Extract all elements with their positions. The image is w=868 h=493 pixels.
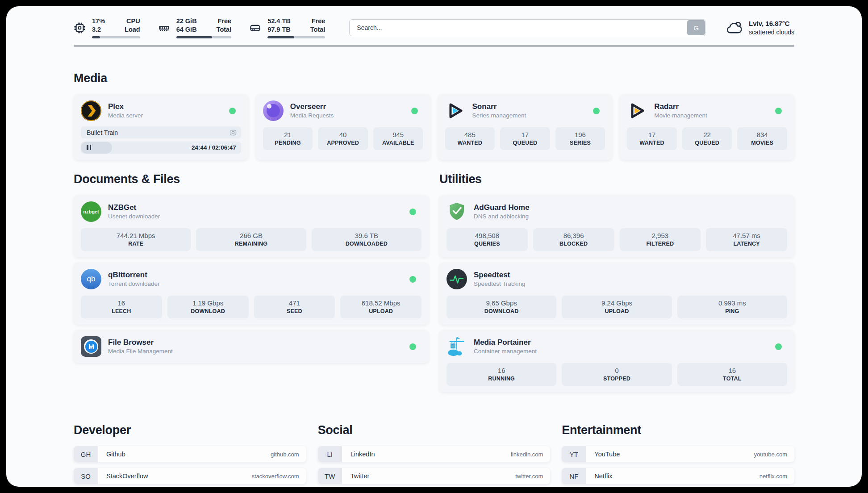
header: 17% 3.2 CPU Load xyxy=(74,17,794,38)
stat-label: PENDING xyxy=(267,139,309,147)
radarr-logo-icon xyxy=(627,100,647,121)
filebrowser-card[interactable]: File Browser Media File Management xyxy=(74,330,429,363)
app-title: Sonarr xyxy=(472,102,526,112)
stat-value: 945 xyxy=(377,130,420,139)
app-subtitle: Media server xyxy=(108,112,143,120)
stat-box: 22 QUEUED xyxy=(682,127,732,150)
stat-value: 618.52 Mbps xyxy=(344,298,418,308)
stat-label: RUNNING xyxy=(450,375,553,383)
bookmark-netflix[interactable]: NF Netflix netflix.com xyxy=(562,468,794,484)
stat-box: 17 WANTED xyxy=(627,127,677,150)
video-camera-icon[interactable] xyxy=(230,129,237,136)
stat-box: 16 RUNNING xyxy=(447,363,556,386)
stat-value: 22 xyxy=(686,130,729,139)
status-online-dot xyxy=(411,108,418,114)
bookmark-twitter[interactable]: TW Twitter twitter.com xyxy=(318,468,551,484)
qbittorrent-card[interactable]: qb qBittorrent Torrent downloader 16 LEE… xyxy=(74,263,429,325)
utilities-column: Utilities AdGuard Home DNS and xyxy=(439,172,794,397)
stat-box: 21 PENDING xyxy=(263,127,313,150)
stat-box: 498,508 QUERIES xyxy=(447,228,528,251)
stat-value: 21 xyxy=(267,130,309,139)
app-title: NZBGet xyxy=(108,203,160,213)
developer-heading: Developer xyxy=(74,423,306,437)
bookmark-linkedin[interactable]: LI LinkedIn linkedin.com xyxy=(318,446,551,462)
nzbget-logo-icon: nzbget xyxy=(81,201,101,222)
stat-value: 485 xyxy=(449,130,492,139)
documents-heading: Documents & Files xyxy=(74,172,429,186)
bookmark-github[interactable]: GH Github github.com xyxy=(74,446,306,462)
media-heading: Media xyxy=(74,71,794,85)
utilities-heading: Utilities xyxy=(439,172,794,186)
bookmark-abbr: LI xyxy=(318,446,342,462)
radarr-card[interactable]: Radarr Movie management 17 WANTED 22 QUE… xyxy=(620,94,794,160)
weather-widget[interactable]: Lviv, 16.87°C scattered clouds xyxy=(726,19,794,37)
bookmark-stackoverflow[interactable]: SO StackOverflow stackoverflow.com xyxy=(74,468,306,484)
bookmark-url: twitter.com xyxy=(515,468,550,484)
stat-value: 17 xyxy=(504,130,547,139)
adguard-card[interactable]: AdGuard Home DNS and adblocking 498,508 … xyxy=(439,195,794,257)
stat-value: 16 xyxy=(450,366,553,375)
weather-location-temp: Lviv, 16.87°C xyxy=(749,19,794,28)
stat-label: APPROVED xyxy=(321,139,364,147)
stat-box: 47.57 ms LATENCY xyxy=(706,228,787,251)
stat-box: 16 TOTAL xyxy=(677,363,787,386)
plex-logo-icon xyxy=(81,100,101,121)
search-input[interactable] xyxy=(349,19,706,36)
social-column: Social LI LinkedIn linkedin.com TW Twitt… xyxy=(318,423,551,487)
stat-value: 498,508 xyxy=(450,231,524,240)
app-subtitle: Torrent downloader xyxy=(108,280,160,288)
qbittorrent-logo-icon: qb xyxy=(81,269,101,289)
ram-total-value: 64 GiB xyxy=(176,25,197,34)
app-title: Speedtest xyxy=(474,270,526,280)
bookmark-name: LinkedIn xyxy=(342,446,375,462)
sonarr-card[interactable]: Sonarr Series management 485 WANTED 17 Q… xyxy=(438,94,613,160)
social-heading: Social xyxy=(318,423,551,437)
documents-column: Documents & Files nzbget NZBGet Usenet d… xyxy=(74,172,429,368)
overseerr-card[interactable]: Overseerr Media Requests 21 PENDING 40 A… xyxy=(256,94,430,160)
bookmark-url: stackoverflow.com xyxy=(251,468,306,484)
plex-card[interactable]: Plex Media server Bullet Train 24:44 / 0… xyxy=(74,94,248,160)
status-online-dot xyxy=(229,108,236,114)
cpu-usage-value: 17% xyxy=(92,17,105,25)
floppy-disk-icon xyxy=(88,344,94,350)
disk-total-value: 97.9 TB xyxy=(267,25,291,34)
status-online-dot xyxy=(593,108,600,114)
storage-metric: 52.4 TB 97.9 TB Free Total xyxy=(249,17,325,38)
cpu-load-value: 3.2 xyxy=(92,25,105,34)
bookmark-youtube[interactable]: YT YouTube youtube.com xyxy=(562,446,794,462)
adguard-logo-icon xyxy=(447,201,467,222)
app-subtitle: Media Requests xyxy=(290,112,334,120)
bookmark-url: github.com xyxy=(271,446,306,462)
playback-progress-bar[interactable]: 24:44 / 02:06:47 xyxy=(81,142,241,154)
stat-label: WANTED xyxy=(449,139,492,147)
search-engine-button[interactable]: G xyxy=(687,20,705,35)
stat-box: 0 STOPPED xyxy=(562,363,672,386)
stat-label: REMAINING xyxy=(200,240,302,248)
pause-icon[interactable] xyxy=(87,145,91,150)
search-bar: G xyxy=(349,19,706,36)
ram-total-label: Total xyxy=(217,25,232,34)
stat-box: 618.52 Mbps UPLOAD xyxy=(340,296,421,318)
stat-value: 744.21 Mbps xyxy=(84,231,187,240)
stat-box: 945 AVAILABLE xyxy=(373,127,423,150)
disk-total-label: Total xyxy=(310,25,326,34)
ram-free-value: 22 GiB xyxy=(176,17,197,25)
bookmark-url: youtube.com xyxy=(754,446,794,462)
stat-label: TOTAL xyxy=(681,375,784,383)
speedtest-logo-icon xyxy=(447,269,467,289)
app-title: qBittorrent xyxy=(108,270,160,280)
storage-progress-bar xyxy=(267,36,325,38)
memory-metric: 22 GiB 64 GiB Free Total xyxy=(158,17,232,38)
stat-box: 196 SERIES xyxy=(555,127,605,150)
bookmark-name: YouTube xyxy=(586,446,620,462)
bookmark-abbr: GH xyxy=(74,446,98,462)
portainer-card[interactable]: Media Portainer Container management 16 … xyxy=(439,330,794,392)
status-online-dot xyxy=(409,343,416,350)
status-online-dot xyxy=(775,108,782,114)
speedtest-card[interactable]: Speedtest Speedtest Tracking 9.65 Gbps D… xyxy=(439,263,794,325)
app-subtitle: Container management xyxy=(474,347,537,355)
nzbget-card[interactable]: nzbget NZBGet Usenet downloader 744.21 M… xyxy=(74,195,429,257)
app-title: File Browser xyxy=(108,338,173,347)
stat-box: 39.6 TB DOWNLOADED xyxy=(312,228,421,251)
now-playing-title: Bullet Train xyxy=(87,129,118,136)
